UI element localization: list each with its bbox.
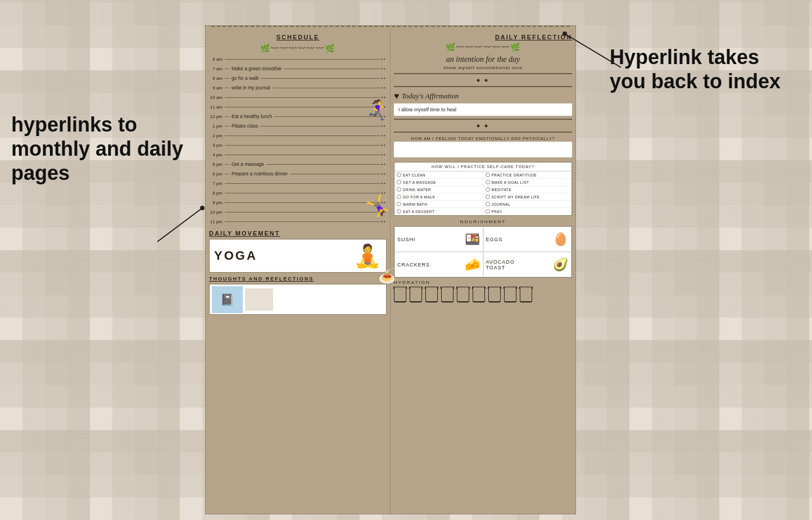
time-label: 7 pm [209,181,225,186]
schedule-row: 10 am◄► [209,93,387,102]
time-label: 6 pm [209,171,225,177]
daily-reflection-header: DAILY REFLECTION [394,34,572,40]
self-care-item[interactable]: DRINK WATER [394,186,483,193]
time-label: 2 pm [209,133,225,138]
planner: SCHEDULE 🌿〰〰〰〰〰〰🌿 6 am◄►7 amMake a green… [205,25,576,514]
time-label: 1 pm [209,124,225,129]
self-care-header: HOW WILL I PRACTICE SELF-CARE TODAY? [394,162,571,171]
self-care-checkbox[interactable] [486,202,490,206]
annotation-left: hyperlinks to monthly and daily pages [11,112,191,186]
self-care-item[interactable]: MAKE A GOAL LIST [483,179,572,186]
time-label: 8 am [209,76,225,81]
self-care-checkbox[interactable] [486,180,490,184]
schedule-row: 8 pm◄► [209,188,387,197]
thoughts-box: 📓 [209,284,387,315]
schedule-event-text: Pilates class [229,123,260,129]
hydration-cup[interactable] [520,287,532,302]
feeling-header: HOW AM I FEELING TODAY EMOTIONALLY AND P… [394,137,572,141]
arrow-left [157,202,214,247]
self-care-label: WARM BATH [403,202,428,206]
svg-line-2 [565,34,621,67]
nourishment-name: SUSHI [397,237,416,242]
intention-value: show myself unconditional love [394,65,572,70]
hydration-cup[interactable] [410,287,422,302]
affirmation-text: I allow myself time to heal [398,107,456,112]
self-care-checkbox[interactable] [486,187,490,192]
self-care-checkbox[interactable] [486,173,490,177]
thoughts-header[interactable]: THOUGHTS AND REFLECTIONS [209,276,387,282]
self-care-checkbox[interactable] [397,209,401,214]
schedule-row: 6 pmPrepare a nutritious dinner◄► [209,169,387,178]
self-care-item[interactable]: GO FOR A WALK [394,193,483,201]
time-label: 8 pm [209,191,225,196]
annotation-right: Hyperlink takes you back to index [610,45,801,93]
schedule-row: 7 amMake a green smoothie◄► [209,64,387,73]
schedule-row: 11 am◄► [209,102,387,111]
schedule-container: 6 am◄►7 amMake a green smoothie◄►8 amgo … [209,54,387,227]
self-care-item[interactable]: EAT CLEAN [394,171,483,179]
schedule-row: 4 pm◄► [209,150,387,159]
self-care-item[interactable]: PRAY [483,208,572,215]
schedule-event-text: go for a walk [229,75,261,81]
nourishment-emoji: 🧀 [465,257,480,272]
intention-label: an intention for the day [394,55,572,64]
self-care-item[interactable]: SCRIPT MY DREAM LIFE [483,193,572,201]
affirmation-section: ♥ Today's Affirmation [394,91,572,101]
hydration-cup[interactable] [425,287,438,302]
self-care-checkbox[interactable] [486,209,490,214]
schedule-row: 9 pm◄► [209,198,387,207]
self-care-checkbox[interactable] [397,202,401,206]
nourishment-item: SUSHI🍱 [394,227,483,252]
schedule-event-text: Prepare a nutritious dinner [229,171,290,177]
self-care-checkbox[interactable] [397,180,401,184]
pilates-figure-icon: 🤸‍♀️ [365,195,390,218]
self-care-checkbox[interactable] [397,173,401,177]
dots-divider2: ◆ ◆ [394,123,572,128]
self-care-item[interactable]: PRACTICE GRATITUDE [483,171,572,179]
hydration-cup[interactable] [394,287,406,302]
self-care-label: EAT CLEAN [403,173,425,177]
svg-point-3 [562,31,567,36]
hydration-cup[interactable] [504,287,516,302]
left-column: SCHEDULE 🌿〰〰〰〰〰〰🌿 6 am◄►7 amMake a green… [206,29,391,514]
self-care-checkbox[interactable] [397,195,401,199]
self-care-label: DRINK WATER [403,188,431,192]
time-label: 12 pm [209,114,225,119]
svg-line-0 [157,208,202,242]
movement-box: YOGA 🧘 [209,239,387,273]
hydration-cup[interactable] [488,287,501,302]
arrow-right [554,28,621,73]
hydration-cup[interactable] [441,287,453,302]
daily-movement-section: DAILY MOVEMENT YOGA 🧘 [209,230,387,273]
nourishment-section: NOURISHMENT SUSHI🍱EGGS🥚CRACKERS🧀AVOCADO … [394,219,572,278]
schedule-row: 9 amwrite in my journal◄► [209,83,387,92]
schedule-event-text: write in my journal [229,85,273,91]
hydration-cup[interactable] [473,287,485,302]
time-label: 5 pm [209,162,225,167]
affirmation-title: Today's Affirmation [402,92,459,101]
self-care-label: GO FOR A WALK [403,195,436,199]
time-label: 3 pm [209,143,225,148]
self-care-label: EAT A DESSERT [403,210,434,214]
food-icon: 🍝 [378,268,396,284]
self-care-checkbox[interactable] [397,187,401,192]
affirmation-text-box: I allow myself time to heal [394,103,572,116]
self-care-item[interactable]: MEDITATE [483,186,572,193]
thought-image2 [245,288,273,311]
nourishment-emoji: 🥑 [553,257,569,272]
hydration-cup[interactable] [457,287,469,302]
self-care-label: PRACTICE GRATITUDE [492,173,537,177]
exercise-figure-icon: 🏃‍♀️ [365,99,390,122]
self-care-item[interactable]: GET A MASSAGE [394,179,483,186]
self-care-checkbox[interactable] [486,195,490,199]
self-care-label: SCRIPT MY DREAM LIFE [492,195,540,199]
schedule-header: SCHEDULE [209,34,387,40]
self-care-item[interactable]: WARM BATH [394,201,483,208]
cups-row [394,287,572,302]
schedule-event-text: Eat a healthy lunch [229,114,274,119]
self-care-item[interactable]: JOURNAL [483,201,572,208]
self-care-item[interactable]: EAT A DESSERT [394,208,483,215]
dots-divider: ◆ ◆ [394,78,572,83]
daily-movement-header[interactable]: DAILY MOVEMENT [209,230,387,237]
time-label: 6 am [209,57,225,62]
